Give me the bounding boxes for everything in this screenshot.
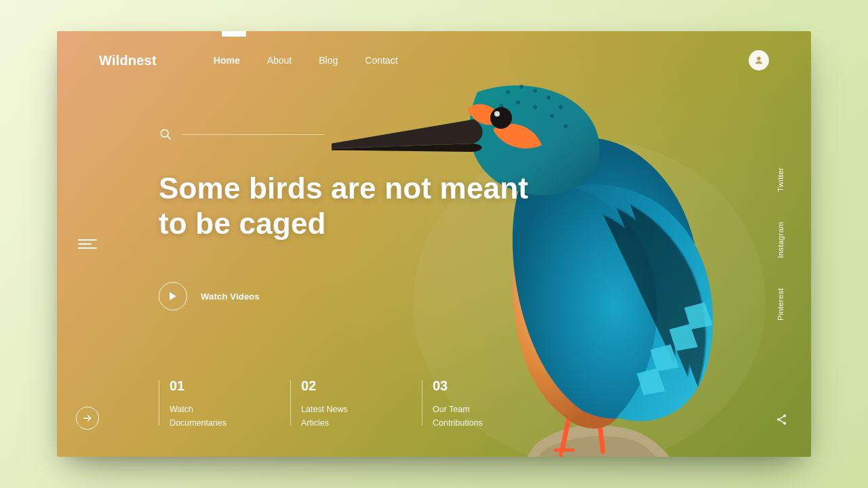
feature-card-team[interactable]: 03 Our Team Contributions [422, 378, 524, 430]
svg-point-13 [757, 57, 761, 61]
hero-line-1: Some birds are not meant [159, 171, 528, 205]
card-line: Our Team [433, 403, 524, 416]
search-icon [159, 127, 172, 141]
nav-item-home[interactable]: Home [214, 55, 240, 66]
search [159, 127, 324, 141]
watch-videos-label: Watch Videos [201, 291, 260, 302]
social-link-pinterest[interactable]: Pinterest [776, 288, 785, 321]
card-number: 03 [433, 378, 524, 394]
card-line: Documentaries [170, 417, 260, 430]
menu-button[interactable] [78, 237, 97, 251]
card-line: Latest News [301, 403, 392, 416]
watch-videos-button[interactable]: Watch Videos [159, 282, 260, 310]
card-line: Watch [170, 403, 260, 416]
right-rail: Twitter Instagram Pinterest [770, 31, 791, 457]
left-rail [77, 31, 98, 457]
arrow-right-icon [82, 413, 93, 424]
hero-title: Some birds are not meant to be caged [159, 171, 528, 241]
active-tab-marker [222, 31, 246, 37]
next-button[interactable] [76, 407, 99, 430]
feature-card-documentaries[interactable]: 01 Watch Documentaries [159, 378, 260, 430]
play-icon [159, 282, 187, 310]
share-icon [775, 413, 789, 426]
brand-logo[interactable]: Wildnest [99, 53, 157, 68]
nav-item-blog[interactable]: Blog [319, 55, 338, 66]
card-line: Contributions [433, 417, 524, 430]
hero-stage: Wildnest Home About Blog Contact Some bi… [57, 31, 811, 457]
svg-point-14 [161, 129, 168, 137]
feature-cards: 01 Watch Documentaries 02 Latest News Ar… [159, 378, 524, 430]
feature-card-news[interactable]: 02 Latest News Articles [290, 378, 392, 430]
social-link-instagram[interactable]: Instagram [776, 222, 785, 258]
search-input[interactable] [182, 122, 324, 137]
share-button[interactable] [772, 409, 792, 430]
primary-nav: Home About Blog Contact [214, 55, 398, 66]
header: Wildnest Home About Blog Contact [99, 50, 769, 70]
avatar-icon [753, 55, 764, 66]
nav-item-about[interactable]: About [267, 55, 292, 66]
nav-item-contact[interactable]: Contact [365, 55, 397, 66]
card-number: 01 [170, 378, 260, 394]
svg-line-15 [167, 136, 170, 139]
card-number: 02 [301, 378, 392, 394]
social-link-twitter[interactable]: Twitter [776, 167, 785, 192]
account-button[interactable] [749, 50, 769, 70]
card-line: Articles [301, 417, 392, 430]
hero-line-2: to be caged [159, 207, 326, 240]
